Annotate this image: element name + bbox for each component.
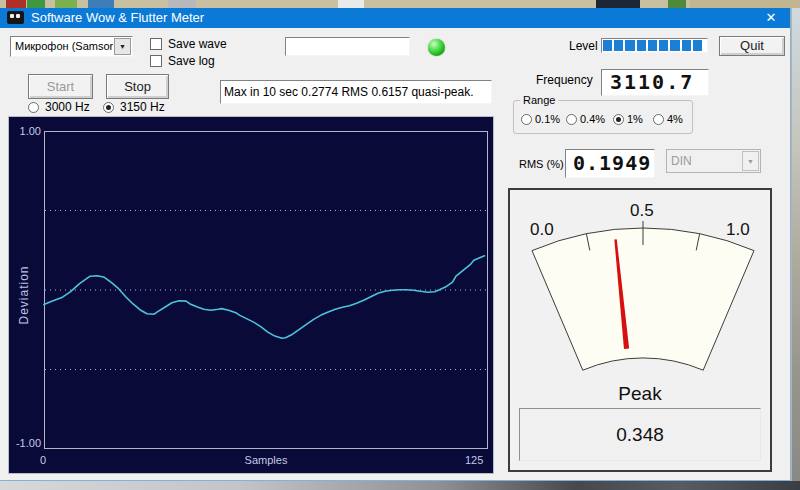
save-wave-label: Save wave <box>168 37 227 51</box>
message-field[interactable] <box>285 37 410 56</box>
frequency-label: Frequency <box>536 73 593 87</box>
status-field[interactable]: Max in 10 sec 0.2774 RMS 0.6157 quasi-pe… <box>220 80 492 104</box>
window-title: Software Wow & Flutter Meter <box>31 8 204 28</box>
client-area: Микрофон (Samson Mе ▼ Save wave Save log… <box>0 28 791 480</box>
yaxis-label: Deviation <box>17 265 31 324</box>
deviation-chart: 1.00 -1.00 0 Samples 125 Deviation <box>8 116 494 474</box>
app-icon <box>7 11 24 24</box>
meter-scale-min: 0.0 <box>530 220 554 240</box>
desktop-background-top <box>0 0 800 8</box>
xtick-125: 125 <box>465 454 483 466</box>
dropdown-arrow-icon[interactable]: ▼ <box>114 38 131 55</box>
rms-display: 0.1949 <box>565 149 655 178</box>
save-log-checkbox[interactable] <box>150 55 162 67</box>
radio-3000hz-label: 3000 Hz <box>45 100 90 114</box>
range-radio-0.4[interactable] <box>566 114 577 125</box>
analog-meter: 0.0 0.5 1.0 Peak 0.348 <box>508 188 772 472</box>
desktop-icon-fragment <box>55 0 77 8</box>
desktop-icon-fragment <box>690 0 800 8</box>
range-groupbox: Range 0.1% 0.4% 1% 4% <box>513 100 693 134</box>
peak-value-display: 0.348 <box>519 408 761 461</box>
frequency-display: 3110.7 <box>601 69 709 96</box>
stop-button[interactable]: Stop <box>106 74 169 99</box>
radio-3150hz-label: 3150 Hz <box>120 100 165 114</box>
radio-3000hz[interactable] <box>28 102 39 113</box>
save-wave-checkbox[interactable] <box>150 38 162 50</box>
range-group-label: Range <box>520 94 558 106</box>
audio-device-dropdown[interactable]: Микрофон (Samson Mе ▼ <box>10 36 133 57</box>
start-button[interactable]: Start <box>28 74 93 99</box>
range-label-1: 1% <box>627 113 643 125</box>
xaxis-label: Samples <box>44 454 488 466</box>
level-label: Level <box>569 39 598 53</box>
save-log-label: Save log <box>168 54 215 68</box>
audio-device-value: Микрофон (Samson Mе <box>15 40 113 52</box>
ytick-min: -1.00 <box>9 437 41 449</box>
peak-label: Peak <box>510 383 770 405</box>
ytick-max: 1.00 <box>15 125 41 137</box>
range-label-4: 4% <box>667 113 683 125</box>
status-led-icon <box>428 39 445 56</box>
weighting-dropdown[interactable]: DIN ▼ <box>666 149 761 173</box>
deviation-plot <box>9 117 493 473</box>
app-window: Software Wow & Flutter Meter ✕ Микрофон … <box>0 8 791 481</box>
dropdown-arrow-icon: ▼ <box>742 151 759 171</box>
quit-button[interactable]: Quit <box>719 36 785 56</box>
range-label-0.1: 0.1% <box>535 113 560 125</box>
range-radio-1[interactable] <box>613 114 624 125</box>
desktop-icon-fragment <box>668 0 686 8</box>
desktop-icon-fragment <box>596 0 640 8</box>
desktop-icon-fragment <box>338 0 364 8</box>
range-radio-4[interactable] <box>653 114 664 125</box>
desktop-icon-fragment <box>6 0 26 8</box>
desktop-icon-fragment <box>168 0 196 8</box>
weighting-value: DIN <box>671 154 741 168</box>
close-button[interactable]: ✕ <box>756 8 786 28</box>
titlebar[interactable]: Software Wow & Flutter Meter ✕ <box>0 8 790 28</box>
desktop-icon-fragment <box>88 0 114 8</box>
range-label-0.4: 0.4% <box>580 113 605 125</box>
meter-scale-mid: 0.5 <box>630 201 654 221</box>
rms-label: RMS (%) <box>519 158 564 170</box>
desktop-background-bottom <box>0 481 800 490</box>
meter-scale-max: 1.0 <box>726 220 750 240</box>
desktop-icon-fragment <box>27 0 45 8</box>
level-meter <box>601 38 708 53</box>
radio-3150hz[interactable] <box>103 102 114 113</box>
desktop-background-right <box>792 8 800 481</box>
range-radio-0.1[interactable] <box>521 114 532 125</box>
